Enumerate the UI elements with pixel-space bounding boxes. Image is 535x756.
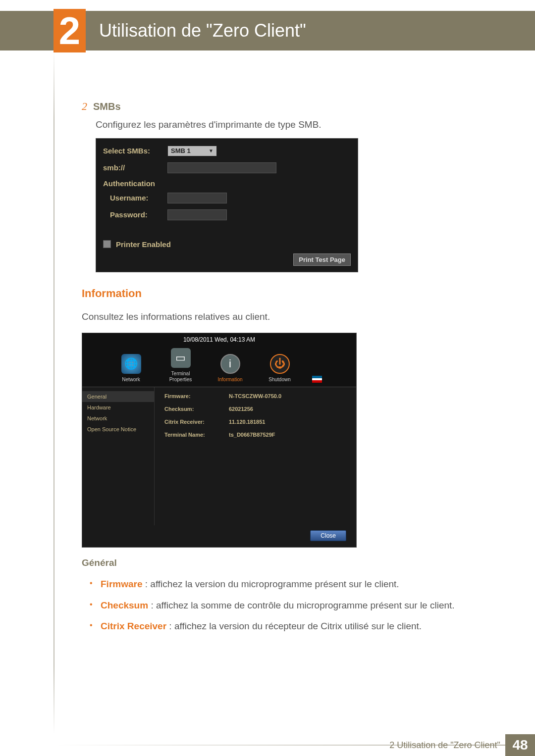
smb-password-input[interactable] [167, 209, 227, 220]
launcher-shutdown-label: Shutdown [263, 377, 297, 383]
general-bullet-list: Firmware : affichez la version du microp… [87, 577, 485, 634]
print-test-page-button[interactable]: Print Test Page [293, 253, 351, 266]
smb-url-label: smb:// [103, 163, 162, 172]
info-row-firmware: Firmware: N-TCSCZWW-0750.0 [164, 393, 346, 399]
chapter-title: Utilisation de "Zero Client" [99, 20, 306, 41]
smb-username-input[interactable] [167, 193, 227, 203]
launcher-network-label: Network [114, 377, 149, 383]
info-row-checksum: Checksum: 62021256 [164, 406, 346, 412]
launcher-shutdown[interactable]: ⏻ Shutdown [263, 354, 297, 383]
sidebar-item-opensource[interactable]: Open Source Notice [82, 424, 154, 435]
info-row-citrix: Citrix Receiver: 11.120.181851 [164, 419, 346, 425]
info-row-terminalname: Terminal Name: ts_D0667B87529F [164, 432, 346, 438]
list-item: Citrix Receiver : affichez la version du… [87, 619, 485, 634]
launcher-terminal-label: Terminal Properties [163, 371, 198, 383]
info-datetime: 10/08/2011 Wed, 04:13 AM [82, 333, 356, 343]
left-margin-rule [54, 50, 54, 734]
info-value: 62021256 [229, 406, 253, 412]
info-key: Terminal Name: [164, 432, 229, 438]
list-item: Firmware : affichez la version du microp… [87, 577, 485, 592]
smb-settings-panel: Select SMBs: SMB 1 ▼ smb:// Authenticati… [96, 138, 358, 272]
printer-enabled-checkbox[interactable] [103, 240, 111, 248]
terminal-icon: ▭ [171, 348, 191, 368]
step-description: Configurez les paramètres d'imprimante d… [96, 118, 485, 132]
info-value: N-TCSCZWW-0750.0 [229, 393, 281, 399]
info-key: Checksum: [164, 406, 229, 412]
info-icon: i [220, 354, 240, 374]
bullet-term: Checksum [101, 600, 148, 610]
info-value: ts_D0667B87529F [229, 432, 275, 438]
close-button[interactable]: Close [310, 530, 346, 541]
launcher-network[interactable]: 🌐 Network [114, 354, 149, 383]
power-icon: ⏻ [270, 354, 290, 374]
smb-password-label: Password: [110, 210, 162, 219]
list-item: Checksum : affichez la somme de contrôle… [87, 599, 485, 613]
chapter-number-badge: 2 [54, 9, 86, 52]
info-sidebar: General Hardware Network Open Source Not… [82, 387, 154, 525]
general-subheading: Général [82, 557, 485, 568]
printer-enabled-label: Printer Enabled [116, 240, 171, 249]
info-value: 11.120.181851 [229, 419, 265, 425]
info-main-panel: Firmware: N-TCSCZWW-0750.0 Checksum: 620… [154, 387, 356, 525]
launcher-flag[interactable] [312, 376, 325, 383]
information-heading: Information [82, 287, 485, 300]
smb-url-input[interactable] [167, 162, 276, 173]
sidebar-item-general[interactable]: General [82, 391, 154, 402]
information-screenshot: 10/08/2011 Wed, 04:13 AM 🌐 Network ▭ Ter… [82, 333, 357, 548]
launcher-bar: 🌐 Network ▭ Terminal Properties i Inform… [82, 348, 356, 383]
launcher-terminal[interactable]: ▭ Terminal Properties [163, 348, 198, 383]
bullet-desc: : affichez la somme de contrôle du micro… [148, 600, 454, 610]
step-heading: 2 SMBs [82, 100, 485, 113]
globe-icon: 🌐 [121, 354, 141, 374]
smb-authentication-heading: Authentication [103, 179, 351, 188]
smb-select-label: Select SMBs: [103, 147, 162, 155]
smb-username-label: Username: [110, 194, 162, 202]
step-number: 2 [82, 100, 87, 113]
info-key: Citrix Receiver: [164, 419, 229, 425]
info-key: Firmware: [164, 393, 229, 399]
chevron-down-icon: ▼ [209, 148, 214, 153]
smb-select-dropdown[interactable]: SMB 1 ▼ [167, 146, 217, 156]
page-footer: 2 Utilisation de "Zero Client" 48 [0, 734, 535, 756]
bullet-desc: : affichez la version du microprogramme … [142, 579, 399, 589]
launcher-information[interactable]: i Information [213, 354, 248, 383]
bullet-term: Firmware [101, 579, 142, 589]
sidebar-item-hardware[interactable]: Hardware [82, 402, 154, 413]
information-intro: Consultez les informations relatives au … [82, 310, 485, 324]
chapter-header: 2 Utilisation de "Zero Client" [0, 11, 535, 50]
sidebar-item-network[interactable]: Network [82, 413, 154, 424]
page-number-badge: 48 [505, 734, 535, 756]
smb-select-value: SMB 1 [171, 147, 191, 154]
flag-icon [312, 376, 322, 383]
bullet-desc: : affichez la version du récepteur de Ci… [166, 621, 422, 631]
footer-chapter-text: 2 Utilisation de "Zero Client" [389, 740, 500, 751]
step-title: SMBs [93, 101, 121, 112]
bullet-term: Citrix Receiver [101, 621, 166, 631]
launcher-information-label: Information [213, 377, 248, 383]
